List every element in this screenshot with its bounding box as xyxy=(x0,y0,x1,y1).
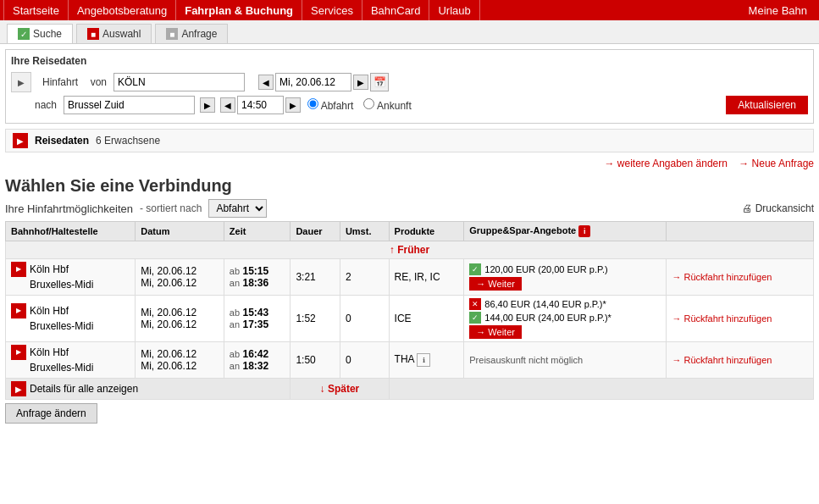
nach-input[interactable] xyxy=(64,96,195,114)
from-station-3: Köln Hbf xyxy=(30,345,69,360)
col-zeit: Zeit xyxy=(224,222,291,241)
table-row: ▶ Köln Hbf Bruxelles-Midi Mi, 20.06.12 M… xyxy=(6,296,814,342)
form-title: Ihre Reisedaten xyxy=(11,55,808,67)
train-icon-3[interactable]: ▶ xyxy=(11,345,26,360)
rueckfahrt-link-2[interactable]: → Rückfahrt hinzufügen xyxy=(672,313,772,324)
anfrage-gray-icon: ■ xyxy=(166,28,178,40)
tab-auswahl[interactable]: ■ Auswahl xyxy=(76,24,152,43)
nach-row: nach ▶ ◀ ▶ Abfahrt Ankunft Aktualisieren xyxy=(11,96,808,114)
hinfahrt-möglichkeiten-label: Ihre Hinfahrtmöglichkeiten xyxy=(5,202,133,215)
to-station-2: Bruxelles-Midi xyxy=(11,318,130,334)
von-input[interactable] xyxy=(113,73,245,91)
weiter-button-1[interactable]: → Weiter xyxy=(469,277,522,291)
meine-bahn[interactable]: Meine Bahn xyxy=(740,4,816,17)
date-input[interactable] xyxy=(275,73,351,91)
nav-startseite[interactable]: Startseite xyxy=(3,0,69,20)
sort-select[interactable]: Abfahrt xyxy=(208,199,267,218)
ankunft-radio-label: Ankunft xyxy=(363,98,414,112)
time-prev-btn[interactable]: ◀ xyxy=(220,97,235,113)
nav-fahrplan[interactable]: Fahrplan & Buchung xyxy=(176,0,302,20)
produkte-cell-1: RE, IR, IC xyxy=(389,259,464,296)
calendar-icon[interactable]: 📅 xyxy=(370,73,389,91)
datum-cell-1: Mi, 20.06.12 Mi, 20.06.12 xyxy=(136,259,224,296)
ankunft-radio[interactable] xyxy=(363,98,374,109)
to-station-1: Bruxelles-Midi xyxy=(11,277,130,292)
frueher-row[interactable]: ↑ Früher xyxy=(6,241,814,259)
verbindung-header: Ihre Hinfahrtmöglichkeiten - sortiert na… xyxy=(5,199,814,218)
train-icon-1[interactable]: ▶ xyxy=(11,262,26,277)
sortiert-nach-label: - sortiert nach xyxy=(140,202,202,214)
details-cell[interactable]: ▶ Details für alle anzeigen xyxy=(6,379,291,400)
nav-urlaub[interactable]: Urlaub xyxy=(429,0,479,20)
tab-anfrage[interactable]: ■ Anfrage xyxy=(155,24,228,43)
neue-anfrage-link[interactable]: → Neue Anfrage xyxy=(739,158,814,169)
from-station-1: Köln Hbf xyxy=(30,262,69,277)
hinfahrt-row: ▶ Hinfahrt von ◀ ▶ 📅 xyxy=(11,72,808,92)
umst-cell-1: 2 xyxy=(340,259,389,296)
hinfahrt-icon: ▶ xyxy=(11,72,31,92)
reisedaten-icon: ▶ xyxy=(13,133,28,148)
zeit-cell-2: ab 15:43 an 17:35 xyxy=(224,296,291,342)
nav-services[interactable]: Services xyxy=(302,0,362,20)
print-button[interactable]: 🖨 Druckansicht xyxy=(742,202,814,214)
tabs-bar: ✓ Suche ■ Auswahl ■ Anfrage xyxy=(0,20,819,44)
produkte-cell-2: ICE xyxy=(389,296,464,342)
rueckfahrt-link-3[interactable]: → Rückfahrt hinzufügen xyxy=(672,355,772,365)
col-dauer: Dauer xyxy=(291,222,340,241)
col-action xyxy=(667,222,814,241)
from-station-2: Köln Hbf xyxy=(30,303,69,318)
table-row: ▶ Köln Hbf Bruxelles-Midi Mi, 20.06.12 M… xyxy=(6,342,814,379)
col-umst: Umst. xyxy=(340,222,389,241)
angebote-info-icon[interactable]: i xyxy=(578,225,590,237)
col-produkte: Produkte xyxy=(389,222,464,241)
col-datum: Datum xyxy=(136,222,224,241)
main-title: Wählen Sie eine Verbindung xyxy=(5,176,814,196)
rueckfahrt-link-1[interactable]: → Rückfahrt hinzufügen xyxy=(672,272,772,282)
results-table: Bahnhof/Haltestelle Datum Zeit Dauer Ums… xyxy=(5,221,814,400)
nach-label: nach xyxy=(35,99,60,111)
price-check-icon-2: ✓ xyxy=(469,312,481,324)
price-check-icon-1: ✓ xyxy=(469,263,481,275)
price-cross-icon-2: ✕ xyxy=(469,298,481,310)
price-cell-2: ✕ 86,40 EUR (14,40 EUR p.P.)* ✓ 144,00 E… xyxy=(464,296,667,342)
action-cell-1: → Rückfahrt hinzufügen xyxy=(667,259,814,296)
tab-suche[interactable]: ✓ Suche xyxy=(7,24,73,43)
printer-icon: 🖨 xyxy=(742,202,752,214)
spaeter-cell[interactable]: ↓ Später xyxy=(291,379,389,400)
top-nav: Startseite Angebotsberatung Fahrplan & B… xyxy=(0,0,819,20)
weitere-angaben-link[interactable]: → weitere Angaben ändern xyxy=(604,158,727,169)
reisedaten-label: Reisedaten xyxy=(35,135,89,147)
time-input[interactable] xyxy=(237,96,284,114)
weiter-button-2[interactable]: → Weiter xyxy=(469,325,522,339)
datum-cell-2: Mi, 20.06.12 Mi, 20.06.12 xyxy=(136,296,224,342)
von-label: von xyxy=(85,76,110,88)
datum-cell-3: Mi, 20.06.12 Mi, 20.06.12 xyxy=(136,342,224,379)
nav-angebotsberatung[interactable]: Angebotsberatung xyxy=(69,0,176,20)
auswahl-square-icon: ■ xyxy=(87,28,99,40)
produkte-cell-3: THA ℹ xyxy=(389,342,464,379)
time-next-btn[interactable]: ▶ xyxy=(285,97,301,113)
to-station-3: Bruxelles-Midi xyxy=(11,360,130,375)
price-cell-3: Preisauskunft nicht möglich xyxy=(464,342,667,379)
reisedaten-summary: ▶ Reisedaten 6 Erwachsene xyxy=(5,129,814,152)
date-next-btn[interactable]: ▶ xyxy=(353,75,368,90)
zeit-cell-1: ab 15:15 an 18:36 xyxy=(224,259,291,296)
abfahrt-radio[interactable] xyxy=(307,98,318,109)
frueher-cell[interactable]: ↑ Früher xyxy=(6,241,814,259)
station-cell-2: ▶ Köln Hbf Bruxelles-Midi xyxy=(6,296,136,342)
date-prev-btn[interactable]: ◀ xyxy=(258,75,274,90)
dauer-cell-1: 3:21 xyxy=(291,259,340,296)
swap-btn[interactable]: ▶ xyxy=(200,97,215,113)
reisedaten-form: Ihre Reisedaten ▶ Hinfahrt von ◀ ▶ 📅 nac… xyxy=(5,49,814,124)
train-icon-2[interactable]: ▶ xyxy=(11,303,26,318)
umst-cell-3: 0 xyxy=(340,342,389,379)
dauer-cell-3: 1:50 xyxy=(291,342,340,379)
nav-bahncard[interactable]: BahnCard xyxy=(362,0,430,20)
price-cell-1: ✓ 120,00 EUR (20,00 EUR p.P.) → Weiter xyxy=(464,259,667,296)
aktualisieren-button[interactable]: Aktualisieren xyxy=(726,96,808,114)
col-angebote: Gruppe&Spar-Angebote i xyxy=(464,222,667,241)
reisedaten-value: 6 Erwachsene xyxy=(96,135,160,147)
tha-info-icon[interactable]: ℹ xyxy=(417,353,430,367)
zeit-cell-3: ab 16:42 an 18:32 xyxy=(224,342,291,379)
anfrage-aendern-button[interactable]: Anfrage ändern xyxy=(5,403,97,424)
